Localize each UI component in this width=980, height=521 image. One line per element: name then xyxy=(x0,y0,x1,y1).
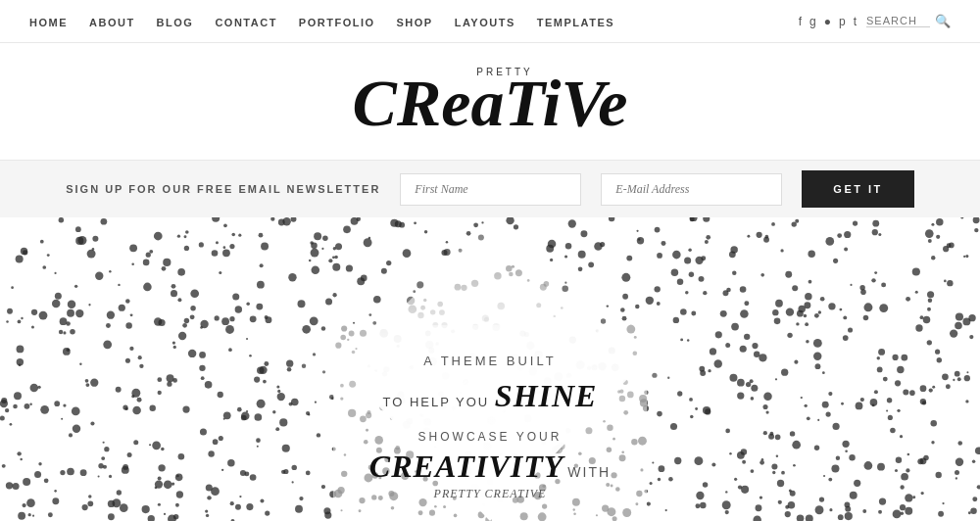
nav-contact[interactable]: CONTACT xyxy=(215,17,276,28)
search-button[interactable]: 🔍 xyxy=(935,14,951,28)
hero-line3: SHOWCASE YOUR xyxy=(343,425,637,449)
logo-creative: CReaTiVe xyxy=(353,70,628,136)
nav-layouts[interactable]: LAYOUTS xyxy=(455,17,515,28)
hero-line4: PRETTY CREATIVE xyxy=(343,487,637,501)
navbar: HOME ABOUT BLOG CONTACT PORTFOLIO SHOP L… xyxy=(0,0,980,43)
twitter-icon[interactable]: t xyxy=(854,15,857,28)
newsletter-bar: SIGN UP FOR OUR FREE EMAIL NEWSLETTER GE… xyxy=(0,161,980,217)
hero-with: WITH xyxy=(567,464,611,480)
nav-shop[interactable]: SHOP xyxy=(397,17,433,28)
nav-right: f g ● p t 🔍 xyxy=(799,14,951,28)
hero-creativity-line: CREATIVITY WITH xyxy=(343,449,637,485)
logo: PRETTY CReaTiVe xyxy=(353,67,628,136)
instagram-icon[interactable]: ● xyxy=(824,15,831,28)
email-input[interactable] xyxy=(601,173,782,206)
newsletter-label: SIGN UP FOR OUR FREE EMAIL NEWSLETTER xyxy=(66,183,380,195)
search-area: 🔍 xyxy=(866,14,951,28)
nav-about[interactable]: ABOUT xyxy=(89,17,135,28)
nav-blog[interactable]: BLOG xyxy=(157,17,194,28)
hero-shine: SHINE xyxy=(495,378,598,413)
nav-templates[interactable]: TEMPLATES xyxy=(537,17,614,28)
hero-to-help-you: TO HELP YOU xyxy=(383,395,490,409)
googleplus-icon[interactable]: g xyxy=(809,15,816,28)
facebook-icon[interactable]: f xyxy=(799,15,802,28)
pinterest-icon[interactable]: p xyxy=(839,15,846,28)
hero-line1: A THEME BUILT xyxy=(343,354,637,368)
get-it-button[interactable]: GET IT xyxy=(802,170,913,208)
search-input[interactable] xyxy=(866,15,930,27)
first-name-input[interactable] xyxy=(400,173,581,206)
nav-links: HOME ABOUT BLOG CONTACT PORTFOLIO SHOP L… xyxy=(29,13,614,30)
hero-showcase: SHOWCASE YOUR xyxy=(418,430,563,444)
nav-portfolio[interactable]: PORTFOLIO xyxy=(299,17,375,28)
nav-social: f g ● p t xyxy=(799,15,857,28)
hero-text-block: A THEME BUILT TO HELP YOU SHINE SHOWCASE… xyxy=(343,354,637,501)
hero-line2: TO HELP YOU SHINE xyxy=(343,368,637,425)
hero-creativity: CREATIVITY xyxy=(369,449,564,484)
hero-section: // Generate random dots A THEME BUILT TO… xyxy=(0,217,980,521)
nav-home[interactable]: HOME xyxy=(29,17,68,28)
logo-section: PRETTY CReaTiVe xyxy=(0,43,980,161)
